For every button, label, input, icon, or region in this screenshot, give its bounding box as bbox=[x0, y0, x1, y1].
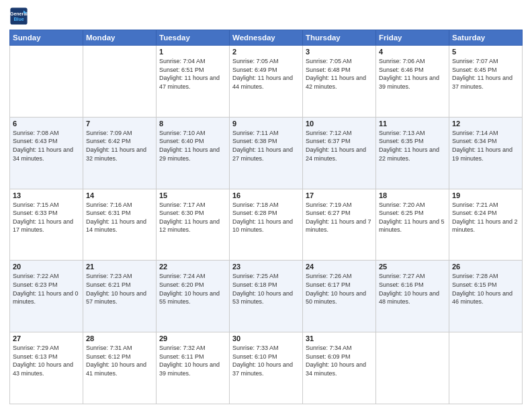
calendar-cell: 15Sunrise: 7:17 AMSunset: 6:30 PMDayligh… bbox=[157, 189, 230, 261]
calendar-week-row: 1Sunrise: 7:04 AMSunset: 6:51 PMDaylight… bbox=[10, 46, 523, 118]
weekday-header: Friday bbox=[376, 30, 449, 46]
calendar-cell: 16Sunrise: 7:18 AMSunset: 6:28 PMDayligh… bbox=[230, 189, 303, 261]
day-number: 21 bbox=[86, 263, 153, 271]
day-number: 10 bbox=[306, 120, 373, 128]
day-number: 27 bbox=[13, 334, 80, 342]
day-number: 13 bbox=[13, 191, 80, 199]
day-number: 30 bbox=[232, 334, 300, 342]
weekday-header: Thursday bbox=[303, 30, 376, 46]
day-info: Sunrise: 7:19 AMSunset: 6:27 PMDaylight:… bbox=[306, 201, 373, 234]
day-number: 19 bbox=[452, 191, 519, 199]
day-info: Sunrise: 7:12 AMSunset: 6:37 PMDaylight:… bbox=[306, 129, 373, 163]
calendar-cell bbox=[10, 46, 83, 118]
svg-rect-0 bbox=[10, 7, 27, 24]
day-info: Sunrise: 7:05 AMSunset: 6:49 PMDaylight:… bbox=[232, 57, 300, 91]
day-number: 15 bbox=[159, 191, 226, 199]
calendar-cell: 24Sunrise: 7:26 AMSunset: 6:17 PMDayligh… bbox=[303, 261, 376, 332]
calendar-cell: 4Sunrise: 7:06 AMSunset: 6:46 PMDaylight… bbox=[376, 46, 449, 118]
calendar-cell: 31Sunrise: 7:34 AMSunset: 6:09 PMDayligh… bbox=[303, 332, 376, 404]
day-number: 9 bbox=[232, 120, 300, 128]
calendar-cell: 3Sunrise: 7:05 AMSunset: 6:48 PMDaylight… bbox=[303, 46, 376, 118]
day-number: 4 bbox=[379, 48, 446, 56]
day-number: 20 bbox=[13, 263, 80, 271]
day-info: Sunrise: 7:23 AMSunset: 6:21 PMDaylight:… bbox=[86, 272, 153, 306]
day-number: 28 bbox=[86, 334, 153, 342]
calendar-cell: 9Sunrise: 7:11 AMSunset: 6:38 PMDaylight… bbox=[230, 117, 303, 189]
day-number: 8 bbox=[159, 120, 226, 128]
day-number: 22 bbox=[159, 263, 226, 271]
logo-icon: General Blue bbox=[9, 7, 28, 26]
day-number: 1 bbox=[159, 48, 226, 56]
weekday-header: Wednesday bbox=[230, 30, 303, 46]
svg-text:Blue: Blue bbox=[13, 17, 24, 21]
calendar-week-row: 20Sunrise: 7:22 AMSunset: 6:23 PMDayligh… bbox=[10, 261, 523, 332]
calendar-cell: 8Sunrise: 7:10 AMSunset: 6:40 PMDaylight… bbox=[157, 117, 230, 189]
day-info: Sunrise: 7:09 AMSunset: 6:42 PMDaylight:… bbox=[86, 129, 153, 163]
calendar-cell: 27Sunrise: 7:29 AMSunset: 6:13 PMDayligh… bbox=[10, 332, 83, 404]
day-info: Sunrise: 7:16 AMSunset: 6:31 PMDaylight:… bbox=[86, 201, 153, 234]
calendar-cell: 6Sunrise: 7:08 AMSunset: 6:43 PMDaylight… bbox=[10, 117, 83, 189]
day-info: Sunrise: 7:05 AMSunset: 6:48 PMDaylight:… bbox=[306, 57, 373, 91]
day-number: 17 bbox=[306, 191, 373, 199]
day-info: Sunrise: 7:07 AMSunset: 6:45 PMDaylight:… bbox=[452, 57, 519, 91]
day-info: Sunrise: 7:10 AMSunset: 6:40 PMDaylight:… bbox=[159, 129, 226, 163]
day-number: 16 bbox=[232, 191, 300, 199]
calendar-cell: 28Sunrise: 7:31 AMSunset: 6:12 PMDayligh… bbox=[83, 332, 157, 404]
weekday-header: Monday bbox=[83, 30, 157, 46]
weekday-header: Tuesday bbox=[157, 30, 230, 46]
calendar-week-row: 6Sunrise: 7:08 AMSunset: 6:43 PMDaylight… bbox=[10, 117, 523, 189]
calendar-week-row: 27Sunrise: 7:29 AMSunset: 6:13 PMDayligh… bbox=[10, 332, 523, 404]
day-info: Sunrise: 7:20 AMSunset: 6:25 PMDaylight:… bbox=[379, 201, 446, 234]
day-info: Sunrise: 7:22 AMSunset: 6:23 PMDaylight:… bbox=[13, 272, 80, 306]
day-info: Sunrise: 7:27 AMSunset: 6:16 PMDaylight:… bbox=[379, 272, 446, 306]
weekday-header: Saturday bbox=[449, 30, 523, 46]
calendar-cell: 25Sunrise: 7:27 AMSunset: 6:16 PMDayligh… bbox=[376, 261, 449, 332]
day-number: 5 bbox=[452, 48, 519, 56]
day-info: Sunrise: 7:25 AMSunset: 6:18 PMDaylight:… bbox=[232, 272, 300, 306]
calendar-cell: 1Sunrise: 7:04 AMSunset: 6:51 PMDaylight… bbox=[157, 46, 230, 118]
calendar-cell: 14Sunrise: 7:16 AMSunset: 6:31 PMDayligh… bbox=[83, 189, 157, 261]
day-info: Sunrise: 7:24 AMSunset: 6:20 PMDaylight:… bbox=[159, 272, 226, 306]
calendar-cell: 23Sunrise: 7:25 AMSunset: 6:18 PMDayligh… bbox=[230, 261, 303, 332]
day-info: Sunrise: 7:17 AMSunset: 6:30 PMDaylight:… bbox=[159, 201, 226, 234]
weekday-header: Sunday bbox=[10, 30, 83, 46]
day-number: 3 bbox=[306, 48, 373, 56]
calendar-cell: 2Sunrise: 7:05 AMSunset: 6:49 PMDaylight… bbox=[230, 46, 303, 118]
day-info: Sunrise: 7:06 AMSunset: 6:46 PMDaylight:… bbox=[379, 57, 446, 91]
day-info: Sunrise: 7:08 AMSunset: 6:43 PMDaylight:… bbox=[13, 129, 80, 163]
calendar-cell: 10Sunrise: 7:12 AMSunset: 6:37 PMDayligh… bbox=[303, 117, 376, 189]
calendar-cell: 26Sunrise: 7:28 AMSunset: 6:15 PMDayligh… bbox=[449, 261, 523, 332]
calendar-cell bbox=[449, 332, 523, 404]
day-number: 26 bbox=[452, 263, 519, 271]
calendar-cell: 21Sunrise: 7:23 AMSunset: 6:21 PMDayligh… bbox=[83, 261, 157, 332]
header: General Blue bbox=[9, 7, 523, 26]
calendar-cell: 11Sunrise: 7:13 AMSunset: 6:35 PMDayligh… bbox=[376, 117, 449, 189]
day-number: 29 bbox=[159, 334, 226, 342]
day-info: Sunrise: 7:11 AMSunset: 6:38 PMDaylight:… bbox=[232, 129, 300, 163]
day-info: Sunrise: 7:34 AMSunset: 6:09 PMDaylight:… bbox=[306, 344, 373, 377]
day-info: Sunrise: 7:13 AMSunset: 6:35 PMDaylight:… bbox=[379, 129, 446, 163]
calendar-cell: 5Sunrise: 7:07 AMSunset: 6:45 PMDaylight… bbox=[449, 46, 523, 118]
calendar-week-row: 13Sunrise: 7:15 AMSunset: 6:33 PMDayligh… bbox=[10, 189, 523, 261]
calendar-cell: 12Sunrise: 7:14 AMSunset: 6:34 PMDayligh… bbox=[449, 117, 523, 189]
calendar-header-row: SundayMondayTuesdayWednesdayThursdayFrid… bbox=[10, 30, 523, 46]
calendar-table: SundayMondayTuesdayWednesdayThursdayFrid… bbox=[9, 30, 523, 404]
calendar-cell bbox=[83, 46, 157, 118]
day-info: Sunrise: 7:29 AMSunset: 6:13 PMDaylight:… bbox=[13, 344, 80, 377]
day-info: Sunrise: 7:28 AMSunset: 6:15 PMDaylight:… bbox=[452, 272, 519, 306]
calendar-cell bbox=[376, 332, 449, 404]
day-number: 24 bbox=[306, 263, 373, 271]
day-number: 6 bbox=[13, 120, 80, 128]
day-number: 14 bbox=[86, 191, 153, 199]
calendar-cell: 29Sunrise: 7:32 AMSunset: 6:11 PMDayligh… bbox=[157, 332, 230, 404]
day-info: Sunrise: 7:04 AMSunset: 6:51 PMDaylight:… bbox=[159, 57, 226, 91]
day-number: 18 bbox=[379, 191, 446, 199]
day-number: 12 bbox=[452, 120, 519, 128]
calendar-cell: 18Sunrise: 7:20 AMSunset: 6:25 PMDayligh… bbox=[376, 189, 449, 261]
calendar-cell: 20Sunrise: 7:22 AMSunset: 6:23 PMDayligh… bbox=[10, 261, 83, 332]
day-number: 7 bbox=[86, 120, 153, 128]
calendar-cell: 7Sunrise: 7:09 AMSunset: 6:42 PMDaylight… bbox=[83, 117, 157, 189]
calendar-cell: 30Sunrise: 7:33 AMSunset: 6:10 PMDayligh… bbox=[230, 332, 303, 404]
day-info: Sunrise: 7:14 AMSunset: 6:34 PMDaylight:… bbox=[452, 129, 519, 163]
day-number: 23 bbox=[232, 263, 300, 271]
